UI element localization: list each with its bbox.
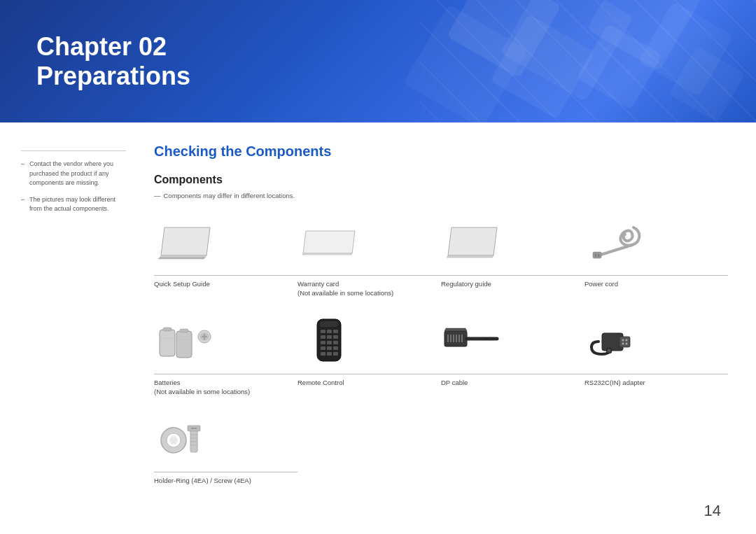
- svg-rect-34: [333, 346, 338, 350]
- quick-setup-label: Quick Setup Guide: [154, 275, 298, 297]
- svg-rect-32: [321, 346, 326, 350]
- components-note: Components may differ in different locat…: [154, 192, 728, 199]
- svg-rect-52: [620, 337, 630, 347]
- remote-icon-area: [298, 312, 441, 368]
- rs232c-icon: [584, 316, 648, 365]
- rs232c-label: RS232C(IN) adapter: [584, 374, 728, 396]
- svg-rect-14: [176, 331, 192, 358]
- svg-marker-1: [160, 255, 206, 258]
- quick-setup-icon-area: [154, 213, 298, 269]
- svg-rect-36: [327, 352, 332, 356]
- svg-rect-12: [163, 328, 172, 331]
- regulatory-icon: [441, 217, 504, 266]
- svg-rect-15: [180, 329, 188, 332]
- svg-point-53: [622, 339, 624, 341]
- page-number: 14: [704, 502, 721, 520]
- component-quick-setup: Quick Setup Guide: [154, 213, 298, 309]
- component-regulatory: Regulatory guide: [441, 213, 584, 309]
- component-dp-cable: DP cable: [441, 312, 584, 407]
- power-cord-icon: [584, 217, 648, 266]
- dp-cable-icon: [441, 316, 504, 365]
- component-rs232c: RS232C(IN) adapter: [584, 312, 728, 407]
- regulatory-label: Regulatory guide: [441, 275, 584, 297]
- power-cord-icon-area: [584, 213, 728, 269]
- dp-cable-icon-area: [441, 312, 584, 368]
- component-power-cord: Power cord: [584, 213, 728, 309]
- components-heading: Components: [154, 174, 728, 186]
- svg-line-7: [598, 245, 632, 255]
- regulatory-icon-area: [441, 213, 584, 269]
- header-decoration: [336, 0, 756, 122]
- components-grid: Quick Setup Guide Warranty card (Not ava…: [154, 213, 728, 508]
- sidebar: Contact the vendor where you purchased t…: [0, 143, 140, 534]
- header-banner: Chapter 02 Preparations: [0, 0, 756, 122]
- svg-marker-6: [447, 255, 493, 258]
- svg-rect-23: [321, 330, 326, 333]
- content-area: Checking the Components Components Compo…: [140, 143, 756, 534]
- components-note-text: Components may differ in different locat…: [164, 192, 295, 199]
- svg-rect-31: [333, 341, 338, 344]
- svg-point-61: [169, 436, 178, 444]
- chapter-number: Chapter 02: [36, 31, 190, 62]
- rs232c-icon-area: [584, 312, 728, 368]
- svg-marker-4: [302, 253, 352, 255]
- warranty-icon: [298, 217, 360, 266]
- svg-point-54: [626, 339, 628, 341]
- component-batteries: Batteries (Not available in some locatio…: [154, 312, 298, 407]
- svg-rect-35: [321, 352, 326, 356]
- svg-rect-26: [321, 335, 326, 339]
- holder-ring-label: Holder-Ring (4EA) / Screw (4EA): [154, 472, 298, 494]
- svg-rect-30: [327, 341, 332, 344]
- svg-rect-33: [327, 346, 332, 350]
- svg-rect-22: [320, 321, 338, 327]
- holder-ring-icon: [154, 414, 217, 463]
- warranty-label: Warranty card (Not available in some loc…: [298, 275, 441, 298]
- sidebar-text-2: The pictures may look different from the…: [29, 196, 115, 213]
- header-text: Chapter 02 Preparations: [36, 31, 190, 91]
- svg-rect-8: [593, 252, 601, 258]
- sidebar-item-2: The pictures may look different from the…: [21, 195, 126, 214]
- remote-icon: [298, 316, 360, 365]
- dp-cable-label: DP cable: [441, 374, 584, 396]
- svg-marker-0: [161, 227, 210, 255]
- svg-rect-24: [327, 330, 332, 333]
- svg-rect-28: [333, 335, 338, 339]
- remote-label: Remote Control: [298, 374, 441, 396]
- batteries-icon-area: [154, 312, 298, 368]
- component-remote: Remote Control: [298, 312, 441, 407]
- svg-marker-2: [158, 258, 205, 259]
- warranty-icon-area: [298, 213, 441, 269]
- svg-point-58: [608, 349, 610, 352]
- svg-point-55: [622, 342, 624, 344]
- power-cord-label: Power cord: [584, 275, 728, 297]
- component-holder-ring: Holder-Ring (4EA) / Screw (4EA): [154, 410, 298, 505]
- svg-rect-29: [321, 341, 326, 344]
- sidebar-text-1: Contact the vendor where you purchased t…: [29, 160, 113, 186]
- svg-rect-11: [160, 330, 175, 356]
- svg-point-56: [626, 342, 628, 344]
- svg-marker-5: [448, 227, 497, 255]
- section-title: Checking the Components: [154, 143, 728, 160]
- svg-rect-25: [333, 330, 338, 333]
- component-warranty: Warranty card (Not available in some loc…: [298, 213, 441, 309]
- chapter-title: Preparations: [36, 62, 190, 91]
- svg-rect-27: [327, 335, 332, 339]
- batteries-icon: [154, 316, 217, 365]
- quick-setup-icon: [154, 217, 217, 266]
- sidebar-item: Contact the vendor where you purchased t…: [21, 160, 126, 188]
- holder-ring-icon-area: [154, 410, 298, 466]
- svg-marker-39: [444, 328, 467, 331]
- batteries-label: Batteries (Not available in some locatio…: [154, 374, 298, 397]
- main-content: Contact the vendor where you purchased t…: [0, 122, 756, 534]
- svg-rect-37: [333, 352, 338, 356]
- svg-marker-3: [303, 231, 355, 253]
- sidebar-divider: [21, 150, 126, 151]
